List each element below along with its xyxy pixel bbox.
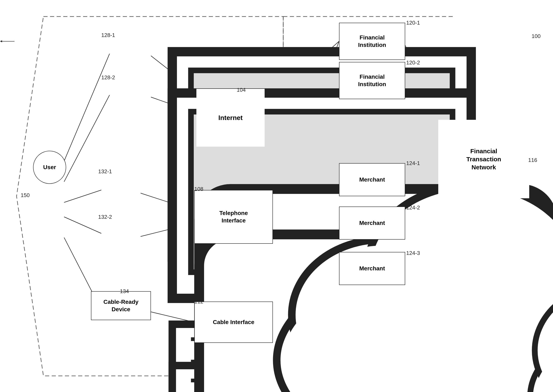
ftn-node: FinancialTransactionNetwork — [438, 120, 529, 198]
user-label: User — [43, 164, 56, 171]
svg-line-6 — [64, 190, 101, 203]
ref-120-1: 120-1 — [406, 20, 420, 26]
ref-124-2: 124-2 — [406, 204, 420, 211]
financial-institution-2-label: Financial Institution — [358, 73, 386, 88]
ref-112: 112 — [194, 298, 203, 305]
internet-label: Internet — [218, 114, 243, 122]
svg-marker-65 — [0, 40, 2, 42]
ref-124-3: 124-3 — [406, 250, 420, 256]
cable-interface-node: Cable Interface — [194, 301, 273, 343]
cable-ready-device-label: Cable-Ready Device — [103, 298, 138, 313]
financial-institution-2-node: Financial Institution — [339, 62, 405, 99]
merchant-3-node: Merchant — [339, 252, 405, 285]
computer-2-icon — [101, 74, 151, 118]
telephone-1-icon — [99, 169, 143, 213]
telephone-interface-node: Telephone Interface — [194, 190, 273, 244]
ref-150: 150 — [21, 192, 29, 198]
user-node: User — [33, 151, 66, 184]
merchant-2-node: Merchant — [339, 207, 405, 240]
ref-128-2: 128-2 — [101, 74, 115, 81]
svg-line-7 — [64, 217, 101, 233]
ref-108: 108 — [194, 186, 203, 192]
ref-132-1: 132-1 — [98, 168, 112, 175]
computer-1-icon — [101, 33, 151, 77]
ref-134: 134 — [120, 288, 129, 294]
ref-116: 116 — [528, 157, 537, 163]
telephone-interface-label: Telephone Interface — [219, 210, 248, 224]
ref-100: 100 — [532, 33, 541, 39]
ref-104: 104 — [237, 87, 246, 93]
merchant-3-label: Merchant — [359, 265, 385, 272]
cable-ready-device-node: Cable-Ready Device — [91, 291, 151, 320]
ref-124-1: 124-1 — [406, 160, 420, 167]
ftn-label: FinancialTransactionNetwork — [466, 147, 501, 171]
ref-132-2: 132-2 — [98, 214, 112, 220]
merchant-2-label: Merchant — [359, 219, 385, 227]
ref-120-2: 120-2 — [406, 59, 420, 66]
telephone-2-icon — [99, 215, 143, 258]
merchant-1-node: Merchant — [339, 163, 405, 196]
internet-node: Internet — [196, 89, 265, 147]
merchant-1-label: Merchant — [359, 176, 385, 183]
ref-128-1: 128-1 — [101, 32, 115, 38]
financial-institution-1-node: Financial Institution — [339, 23, 405, 60]
cable-interface-label: Cable Interface — [213, 318, 254, 326]
financial-institution-1-label: Financial Institution — [358, 34, 386, 49]
